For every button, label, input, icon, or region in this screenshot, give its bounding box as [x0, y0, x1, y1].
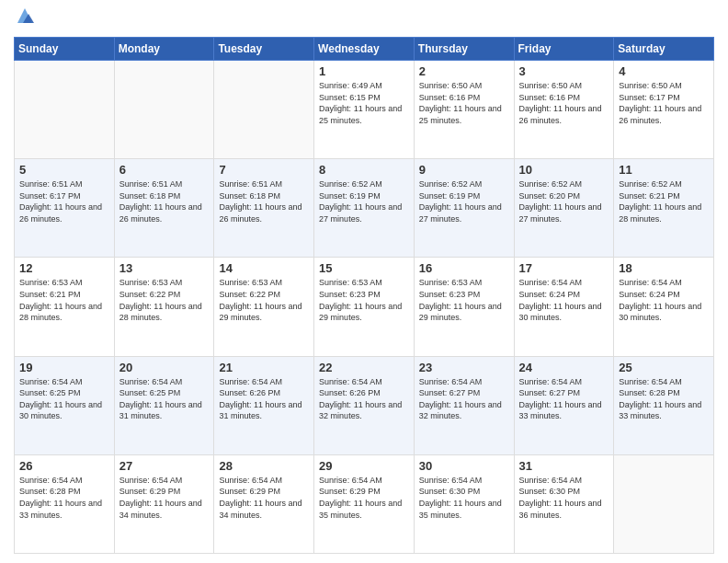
calendar-week-row: 26Sunrise: 6:54 AM Sunset: 6:28 PM Dayli… — [15, 454, 714, 553]
day-number: 21 — [219, 361, 309, 374]
calendar-header-row: SundayMondayTuesdayWednesdayThursdayFrid… — [15, 38, 714, 61]
day-number: 29 — [319, 459, 409, 473]
calendar-day: 5Sunrise: 6:51 AM Sunset: 6:17 PM Daylig… — [15, 159, 115, 258]
day-number: 4 — [619, 64, 709, 78]
page-header — [14, 9, 714, 29]
day-number: 2 — [419, 64, 509, 78]
day-number: 28 — [219, 459, 309, 473]
day-number: 11 — [619, 163, 709, 177]
calendar-day: 12Sunrise: 6:53 AM Sunset: 6:21 PM Dayli… — [15, 258, 115, 356]
day-number: 10 — [519, 163, 609, 177]
day-number: 18 — [619, 261, 709, 275]
calendar-day: 23Sunrise: 6:54 AM Sunset: 6:27 PM Dayli… — [414, 356, 514, 454]
day-info: Sunrise: 6:49 AM Sunset: 6:15 PM Dayligh… — [319, 80, 409, 126]
day-number: 9 — [419, 163, 509, 177]
day-info: Sunrise: 6:54 AM Sunset: 6:29 PM Dayligh… — [119, 475, 210, 521]
day-number: 8 — [319, 163, 409, 177]
day-info: Sunrise: 6:53 AM Sunset: 6:21 PM Dayligh… — [19, 277, 109, 323]
day-number: 14 — [219, 261, 309, 275]
calendar-day — [114, 61, 214, 159]
calendar-day: 31Sunrise: 6:54 AM Sunset: 6:30 PM Dayli… — [514, 454, 614, 553]
calendar-day: 11Sunrise: 6:52 AM Sunset: 6:21 PM Dayli… — [614, 159, 714, 258]
day-number: 31 — [519, 459, 609, 473]
day-number: 25 — [619, 361, 709, 374]
day-info: Sunrise: 6:53 AM Sunset: 6:22 PM Dayligh… — [119, 277, 210, 323]
calendar-header-wednesday: Wednesday — [314, 38, 415, 61]
calendar-week-row: 1Sunrise: 6:49 AM Sunset: 6:15 PM Daylig… — [15, 61, 714, 159]
calendar-day: 27Sunrise: 6:54 AM Sunset: 6:29 PM Dayli… — [114, 454, 214, 553]
calendar-day: 29Sunrise: 6:54 AM Sunset: 6:29 PM Dayli… — [314, 454, 415, 553]
day-number: 20 — [119, 361, 210, 374]
calendar-day: 21Sunrise: 6:54 AM Sunset: 6:26 PM Dayli… — [214, 356, 314, 454]
calendar-day: 10Sunrise: 6:52 AM Sunset: 6:20 PM Dayli… — [514, 159, 614, 258]
day-info: Sunrise: 6:53 AM Sunset: 6:22 PM Dayligh… — [219, 277, 309, 323]
logo — [14, 9, 34, 29]
calendar-day: 30Sunrise: 6:54 AM Sunset: 6:30 PM Dayli… — [414, 454, 514, 553]
calendar-day: 6Sunrise: 6:51 AM Sunset: 6:18 PM Daylig… — [114, 159, 214, 258]
day-info: Sunrise: 6:54 AM Sunset: 6:26 PM Dayligh… — [219, 376, 309, 422]
calendar-day — [214, 61, 314, 159]
day-info: Sunrise: 6:50 AM Sunset: 6:16 PM Dayligh… — [519, 80, 609, 126]
calendar-header-tuesday: Tuesday — [214, 38, 314, 61]
calendar-day: 4Sunrise: 6:50 AM Sunset: 6:17 PM Daylig… — [614, 61, 714, 159]
day-number: 19 — [19, 361, 109, 374]
day-number: 27 — [119, 459, 210, 473]
calendar-day: 8Sunrise: 6:52 AM Sunset: 6:19 PM Daylig… — [314, 159, 415, 258]
day-info: Sunrise: 6:54 AM Sunset: 6:24 PM Dayligh… — [519, 277, 609, 323]
day-number: 6 — [119, 163, 210, 177]
calendar-day: 19Sunrise: 6:54 AM Sunset: 6:25 PM Dayli… — [15, 356, 115, 454]
calendar-day: 18Sunrise: 6:54 AM Sunset: 6:24 PM Dayli… — [614, 258, 714, 356]
day-number: 30 — [419, 459, 509, 473]
day-number: 15 — [319, 261, 409, 275]
day-info: Sunrise: 6:54 AM Sunset: 6:29 PM Dayligh… — [219, 475, 309, 521]
calendar-day: 26Sunrise: 6:54 AM Sunset: 6:28 PM Dayli… — [15, 454, 115, 553]
day-number: 1 — [319, 64, 409, 78]
day-number: 7 — [219, 163, 309, 177]
calendar-header-monday: Monday — [114, 38, 214, 61]
day-info: Sunrise: 6:54 AM Sunset: 6:30 PM Dayligh… — [519, 475, 609, 521]
day-number: 24 — [519, 361, 609, 374]
calendar-day: 2Sunrise: 6:50 AM Sunset: 6:16 PM Daylig… — [414, 61, 514, 159]
calendar-header-thursday: Thursday — [414, 38, 514, 61]
calendar-day — [614, 454, 714, 553]
calendar-week-row: 19Sunrise: 6:54 AM Sunset: 6:25 PM Dayli… — [15, 356, 714, 454]
calendar-day: 22Sunrise: 6:54 AM Sunset: 6:26 PM Dayli… — [314, 356, 415, 454]
day-number: 23 — [419, 361, 509, 374]
day-info: Sunrise: 6:53 AM Sunset: 6:23 PM Dayligh… — [319, 277, 409, 323]
calendar-week-row: 5Sunrise: 6:51 AM Sunset: 6:17 PM Daylig… — [15, 159, 714, 258]
calendar-week-row: 12Sunrise: 6:53 AM Sunset: 6:21 PM Dayli… — [15, 258, 714, 356]
day-info: Sunrise: 6:54 AM Sunset: 6:28 PM Dayligh… — [619, 376, 709, 422]
day-info: Sunrise: 6:51 AM Sunset: 6:18 PM Dayligh… — [119, 178, 210, 224]
day-number: 12 — [19, 261, 109, 275]
day-info: Sunrise: 6:50 AM Sunset: 6:17 PM Dayligh… — [619, 80, 709, 126]
calendar-day: 17Sunrise: 6:54 AM Sunset: 6:24 PM Dayli… — [514, 258, 614, 356]
calendar-header-saturday: Saturday — [614, 38, 714, 61]
calendar-day: 24Sunrise: 6:54 AM Sunset: 6:27 PM Dayli… — [514, 356, 614, 454]
day-info: Sunrise: 6:52 AM Sunset: 6:21 PM Dayligh… — [619, 178, 709, 224]
day-info: Sunrise: 6:52 AM Sunset: 6:20 PM Dayligh… — [519, 178, 609, 224]
day-info: Sunrise: 6:54 AM Sunset: 6:24 PM Dayligh… — [619, 277, 709, 323]
day-info: Sunrise: 6:53 AM Sunset: 6:23 PM Dayligh… — [419, 277, 509, 323]
day-number: 16 — [419, 261, 509, 275]
calendar-day: 28Sunrise: 6:54 AM Sunset: 6:29 PM Dayli… — [214, 454, 314, 553]
calendar-day: 16Sunrise: 6:53 AM Sunset: 6:23 PM Dayli… — [414, 258, 514, 356]
day-info: Sunrise: 6:54 AM Sunset: 6:29 PM Dayligh… — [319, 475, 409, 521]
day-info: Sunrise: 6:54 AM Sunset: 6:27 PM Dayligh… — [419, 376, 509, 422]
calendar-day: 7Sunrise: 6:51 AM Sunset: 6:18 PM Daylig… — [214, 159, 314, 258]
calendar-header-sunday: Sunday — [15, 38, 115, 61]
day-info: Sunrise: 6:54 AM Sunset: 6:30 PM Dayligh… — [419, 475, 509, 521]
day-info: Sunrise: 6:54 AM Sunset: 6:25 PM Dayligh… — [119, 376, 210, 422]
day-number: 17 — [519, 261, 609, 275]
day-info: Sunrise: 6:52 AM Sunset: 6:19 PM Dayligh… — [419, 178, 509, 224]
day-info: Sunrise: 6:54 AM Sunset: 6:26 PM Dayligh… — [319, 376, 409, 422]
calendar-table: SundayMondayTuesdayWednesdayThursdayFrid… — [14, 37, 714, 554]
calendar-header-friday: Friday — [514, 38, 614, 61]
day-info: Sunrise: 6:54 AM Sunset: 6:25 PM Dayligh… — [19, 376, 109, 422]
calendar-day: 13Sunrise: 6:53 AM Sunset: 6:22 PM Dayli… — [114, 258, 214, 356]
day-info: Sunrise: 6:50 AM Sunset: 6:16 PM Dayligh… — [419, 80, 509, 126]
day-info: Sunrise: 6:52 AM Sunset: 6:19 PM Dayligh… — [319, 178, 409, 224]
day-info: Sunrise: 6:51 AM Sunset: 6:18 PM Dayligh… — [219, 178, 309, 224]
day-number: 5 — [19, 163, 109, 177]
calendar-day: 1Sunrise: 6:49 AM Sunset: 6:15 PM Daylig… — [314, 61, 415, 159]
logo-icon — [16, 6, 34, 25]
